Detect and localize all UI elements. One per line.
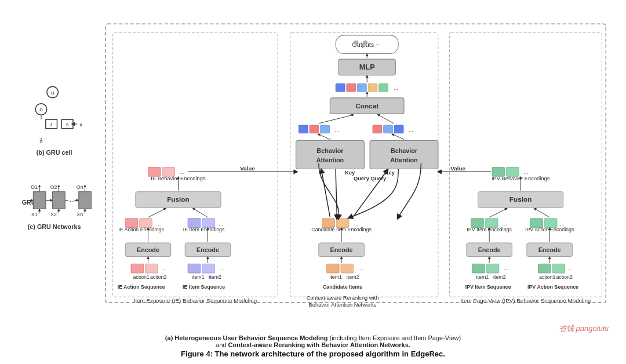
svg-rect-142 [472,264,485,273]
caption-text-normal: (including Item Exposure and Item Page-V… [330,334,461,341]
svg-rect-110 [321,125,330,133]
svg-text:...: ... [376,39,381,46]
svg-text:Value: Value [240,165,255,172]
svg-text:Encode: Encode [196,246,219,253]
svg-rect-123 [347,83,356,92]
svg-rect-174 [507,168,519,177]
svg-text:...: ... [523,169,528,175]
caption-text-bold: (a) Heterogeneous User Behavior Sequence… [165,334,328,341]
svg-rect-143 [486,264,499,273]
svg-text:Fusion: Fusion [509,195,532,203]
svg-point-135 [363,41,367,45]
figure-caption: Figure 4: The network architecture of th… [12,350,614,358]
svg-text:item1: item1 [192,274,205,280]
svg-text:item2: item2 [493,274,506,280]
svg-text:...: ... [162,265,167,271]
svg-text:X2: X2 [50,212,57,217]
svg-text:IPV Action Sequence: IPV Action Sequence [527,284,578,290]
svg-text:Context-aware Reranking with: Context-aware Reranking with [307,295,379,301]
svg-rect-125 [368,83,377,92]
svg-text:Behavior: Behavior [391,147,418,154]
svg-text:...: ... [70,196,75,203]
svg-text:Attention: Attention [316,156,344,163]
caption-and: and [216,341,228,348]
svg-rect-63 [188,219,201,228]
caption-line1: (a) Heterogeneous User Behavior Sequence… [12,334,614,341]
svg-rect-59 [125,219,138,228]
caption-context-bold: Context-aware Reranking with Behavior At… [228,341,410,348]
svg-rect-60 [140,219,152,228]
svg-text:...: ... [504,265,508,271]
svg-rect-17 [53,192,65,209]
svg-text:...: ... [394,85,398,91]
svg-rect-124 [358,83,367,92]
svg-rect-91 [336,219,349,228]
svg-rect-108 [299,125,308,133]
svg-text:Encode: Encode [478,246,501,253]
svg-text:Item Page-View (IPV) Behavior : Item Page-View (IPV) Behavior Sequence M… [461,297,591,304]
caption-line2: and Context-aware Reranking with Behavio… [12,341,614,348]
svg-text:IPV Item Sequence: IPV Item Sequence [465,284,511,290]
svg-rect-64 [202,219,215,228]
svg-text:action2: action2 [556,274,573,280]
diagram-area: u o r s x o (b) GRU cell [12,6,614,332]
svg-rect-19 [79,192,92,209]
svg-text:...: ... [156,220,161,227]
svg-text:...: ... [219,265,224,271]
svg-text:item2: item2 [209,274,221,280]
svg-text:item1: item1 [476,274,489,280]
svg-text:Behavior Attention Networks: Behavior Attention Networks [309,302,377,308]
caption-area: (a) Heterogeneous User Behavior Sequence… [12,332,614,358]
svg-rect-160 [485,219,498,228]
svg-text:Item Exposure (IE) Behavior Se: Item Exposure (IE) Behavior Sequence Mod… [134,297,257,304]
svg-rect-126 [379,83,388,92]
svg-rect-73 [148,168,161,177]
svg-rect-149 [552,264,565,273]
svg-rect-48 [188,264,201,273]
svg-rect-114 [394,125,403,133]
svg-point-134 [354,41,359,45]
svg-text:O1: O1 [31,184,38,190]
svg-text:action2: action2 [150,274,167,280]
svg-text:On: On [77,184,83,190]
svg-rect-112 [373,125,382,133]
svg-text:...: ... [409,126,413,133]
watermark: 省钱 pangolulu [559,323,609,334]
svg-rect-148 [538,264,551,273]
svg-text:Encode: Encode [538,246,561,253]
svg-text:Query: Query [370,176,387,181]
svg-rect-42 [131,264,144,273]
svg-text:...: ... [334,126,339,133]
svg-rect-113 [384,125,393,133]
svg-text:o: o [39,106,43,112]
svg-text:X1: X1 [31,212,38,217]
svg-rect-90 [322,219,335,228]
svg-rect-83 [341,264,354,273]
svg-text:...: ... [219,220,223,227]
svg-rect-159 [471,219,484,228]
svg-rect-43 [145,264,158,273]
svg-rect-16 [33,192,46,209]
svg-rect-109 [310,125,319,133]
svg-text:...: ... [560,220,565,227]
svg-rect-173 [492,168,505,177]
svg-text:Behavior: Behavior [316,147,344,154]
svg-text:Encode: Encode [137,246,159,253]
svg-rect-99 [370,140,438,169]
svg-text:Concat: Concat [355,102,378,110]
svg-text:Encode: Encode [330,246,353,253]
svg-rect-82 [327,264,340,273]
svg-text:IE Item Sequence: IE Item Sequence [183,284,225,290]
svg-text:s: s [66,121,69,128]
main-container: u o r s x o (b) GRU cell [0,0,626,364]
svg-text:...: ... [568,265,573,271]
svg-text:...: ... [358,265,363,271]
svg-text:item1: item1 [329,274,342,280]
svg-text:...: ... [179,169,184,175]
svg-text:...: ... [503,220,507,227]
svg-rect-49 [202,264,215,273]
svg-rect-164 [544,219,557,228]
svg-text:...: ... [354,220,359,227]
svg-text:(c) GRU Networks: (c) GRU Networks [28,223,81,230]
svg-text:x: x [79,121,82,128]
